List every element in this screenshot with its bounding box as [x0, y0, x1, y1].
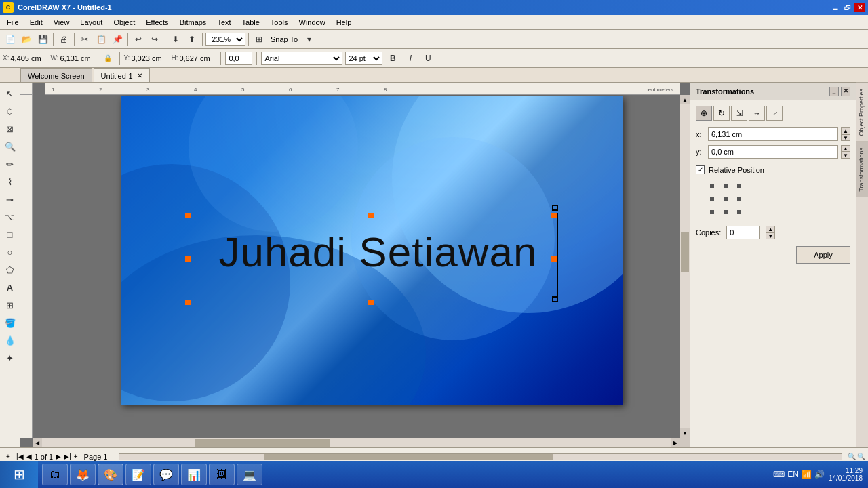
grid-tl[interactable]: [707, 181, 717, 192]
relative-position-checkbox[interactable]: ✓: [696, 165, 705, 174]
scale-transform-btn[interactable]: ⇲: [731, 106, 747, 121]
print-button[interactable]: 🖨: [56, 32, 71, 47]
page-last[interactable]: ▶|: [64, 453, 71, 460]
menu-window[interactable]: Window: [294, 17, 331, 28]
grid-bl[interactable]: [707, 207, 717, 218]
taskbar-imo[interactable]: 💬: [153, 464, 179, 485]
vertical-scrollbar[interactable]: ▲ ▼: [680, 95, 690, 438]
tab-welcome[interactable]: Welcome Screen: [20, 68, 92, 82]
dimension-tool[interactable]: ⊸: [2, 191, 18, 207]
tray-speaker[interactable]: 🔊: [814, 470, 825, 479]
menu-tools[interactable]: Tools: [265, 17, 294, 28]
redo-button[interactable]: ↪: [147, 32, 162, 47]
rotation-transform-btn[interactable]: ↻: [713, 106, 730, 121]
horizontal-scrollbar[interactable]: ◀ ▶: [33, 438, 680, 447]
connector-tool[interactable]: ⌥: [2, 209, 18, 225]
menu-edit[interactable]: Edit: [24, 17, 48, 28]
size-transform-btn[interactable]: ↔: [749, 106, 765, 121]
scroll-right-button[interactable]: ▶: [671, 438, 680, 447]
open-button[interactable]: 📂: [19, 32, 34, 47]
text-tool[interactable]: A: [2, 279, 18, 296]
tab-close-icon[interactable]: ✕: [137, 72, 142, 79]
interactive-tool[interactable]: ✦: [2, 350, 18, 366]
angle-input[interactable]: [225, 52, 252, 65]
start-button[interactable]: ⊞: [0, 461, 38, 488]
clock-display[interactable]: 11:29 14/01/2018: [829, 467, 863, 482]
cut-button[interactable]: ✂: [77, 32, 92, 47]
taskbar-explorer[interactable]: 🗂: [42, 464, 68, 485]
italic-button[interactable]: I: [403, 51, 418, 66]
snap-button[interactable]: ⊞: [252, 32, 267, 47]
rectangle-tool[interactable]: □: [2, 226, 18, 243]
page-next[interactable]: ▶: [56, 453, 61, 460]
tray-network[interactable]: 📶: [802, 470, 812, 479]
scroll-up-button[interactable]: ▲: [680, 95, 690, 104]
grid-tc[interactable]: [720, 181, 731, 192]
close-button[interactable]: ✕: [854, 3, 865, 12]
taskbar-photoshop[interactable]: 📝: [125, 464, 151, 485]
zoom-in-btn[interactable]: 🔍: [857, 453, 865, 460]
taskbar-coreldraw[interactable]: 🎨: [98, 464, 123, 485]
apply-button[interactable]: Apply: [796, 246, 850, 264]
taskbar-terminal[interactable]: 💻: [237, 464, 262, 485]
menu-bitmaps[interactable]: Bitmaps: [174, 17, 212, 28]
lock-ratio-button[interactable]: 🔒: [100, 51, 115, 66]
taskbar-folder[interactable]: 🖼: [209, 464, 235, 485]
zoom-out-btn[interactable]: 🔍: [848, 453, 856, 460]
page-name-tab[interactable]: Page 1: [81, 452, 111, 462]
scroll-thumb-h[interactable]: [195, 439, 330, 447]
h-scrollbar[interactable]: [119, 453, 842, 460]
grid-mr[interactable]: [734, 194, 745, 205]
zoom-select[interactable]: 231%: [205, 33, 245, 46]
fill-tool[interactable]: 🪣: [2, 314, 18, 331]
polygon-tool[interactable]: ⬠: [2, 262, 18, 278]
canvas-text-container[interactable]: Juhadi Setiawan: [218, 227, 537, 275]
panel-minimize[interactable]: _: [829, 87, 839, 96]
scroll-down-button[interactable]: ▼: [680, 428, 690, 438]
node-tool[interactable]: ⬡: [2, 103, 18, 119]
taskbar-word[interactable]: 📊: [181, 464, 207, 485]
copies-input[interactable]: [726, 226, 760, 239]
copies-spin-down[interactable]: ▼: [766, 232, 775, 239]
add-page-end[interactable]: +: [74, 453, 78, 460]
x-spin-up[interactable]: ▲: [841, 127, 850, 134]
skew-transform-btn[interactable]: ⟋: [766, 106, 783, 121]
smart-draw-tool[interactable]: ⌇: [2, 174, 18, 190]
tab-document[interactable]: Untitled-1 ✕: [94, 68, 150, 82]
menu-file[interactable]: File: [1, 17, 24, 28]
copy-button[interactable]: 📋: [94, 32, 108, 47]
x-spin-down[interactable]: ▼: [841, 134, 850, 141]
menu-view[interactable]: View: [48, 17, 75, 28]
scroll-left-button[interactable]: ◀: [33, 438, 42, 447]
underline-button[interactable]: U: [420, 51, 435, 66]
y-field-input[interactable]: [708, 145, 838, 159]
zoom-tool[interactable]: 🔍: [2, 138, 18, 155]
y-spin-down[interactable]: ▼: [841, 152, 850, 159]
crop-tool[interactable]: ⊠: [2, 121, 18, 137]
position-transform-btn[interactable]: ⊕: [696, 106, 712, 121]
h-scroll-thumb[interactable]: [264, 454, 553, 460]
grid-tr[interactable]: [734, 181, 745, 192]
page-prev[interactable]: ◀: [26, 453, 32, 460]
menu-help[interactable]: Help: [331, 17, 357, 28]
panel-close[interactable]: ✕: [841, 87, 850, 96]
maximize-button[interactable]: 🗗: [842, 3, 853, 12]
freehand-tool[interactable]: ✏: [2, 156, 18, 172]
minimize-button[interactable]: 🗕: [830, 3, 841, 12]
table-tool[interactable]: ⊞: [2, 297, 18, 313]
grid-mc[interactable]: [720, 194, 731, 205]
tray-language[interactable]: EN: [787, 470, 799, 479]
font-select[interactable]: Arial: [261, 52, 342, 65]
page-first[interactable]: |◀: [16, 453, 24, 460]
x-field-input[interactable]: [708, 127, 838, 141]
import-button[interactable]: ⬇: [168, 32, 183, 47]
grid-br[interactable]: [734, 207, 745, 218]
menu-table[interactable]: Table: [237, 17, 265, 28]
copies-spin-up[interactable]: ▲: [766, 226, 775, 232]
select-tool[interactable]: ↖: [2, 85, 18, 102]
object-properties-tab[interactable]: Object Properties: [856, 83, 868, 142]
save-button[interactable]: 💾: [35, 32, 50, 47]
grid-bc[interactable]: [720, 207, 731, 218]
transformations-side-tab[interactable]: Transformations: [856, 142, 868, 197]
menu-effects[interactable]: Effects: [140, 17, 174, 28]
